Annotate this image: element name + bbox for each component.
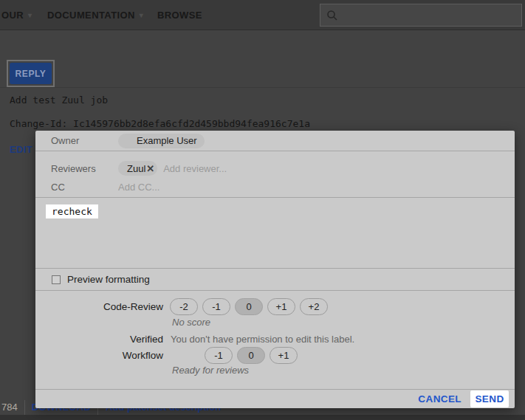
reply-dialog: Owner Example User Reviewers Zuul ✕ CC r…: [35, 131, 515, 408]
owner-chip[interactable]: Example User: [118, 134, 205, 148]
cc-label: CC: [51, 182, 118, 193]
chevron-down-icon: ▾: [140, 11, 143, 19]
edit-link[interactable]: EDIT: [10, 144, 32, 155]
commit-message-title: Add test Zuul job: [10, 94, 108, 106]
send-button[interactable]: SEND: [470, 390, 509, 407]
search-input[interactable]: [343, 10, 521, 21]
dialog-divider: [35, 290, 515, 291]
cancel-button[interactable]: CANCEL: [418, 389, 461, 408]
score-button-code-review-minus1[interactable]: -1: [202, 298, 230, 315]
add-reviewer-input[interactable]: [163, 163, 515, 174]
preview-formatting-label: Preview formatting: [67, 274, 150, 285]
reviewers-label: Reviewers: [51, 163, 118, 174]
cc-row: CC: [35, 178, 515, 196]
score-button-code-review-minus2[interactable]: -2: [170, 298, 198, 315]
nav-item-your[interactable]: OUR ▾: [1, 0, 32, 30]
preview-formatting-checkbox[interactable]: [52, 275, 61, 284]
search-icon: [326, 10, 338, 21]
workflow-label: Workflow: [35, 350, 163, 361]
code-review-buttons: -2 -1 0 +1 +2: [170, 298, 328, 315]
code-review-label: Code-Review: [35, 301, 163, 312]
owner-row: Owner Example User: [35, 131, 515, 151]
nav-item-label: BROWSE: [157, 10, 202, 21]
reviewers-row: Reviewers Zuul ✕: [35, 159, 515, 177]
reply-message-text: recheck: [46, 204, 98, 218]
workflow-buttons: -1 0 +1: [205, 347, 298, 364]
verified-label: Verified: [35, 334, 163, 345]
verified-permission-text: You don't have permission to edit this l…: [171, 334, 354, 345]
nav-item-documentation[interactable]: DOCUMENTATION ▾: [47, 0, 143, 30]
code-review-status: No score: [172, 317, 210, 328]
score-button-code-review-0[interactable]: 0: [235, 298, 263, 315]
score-button-code-review-plus1[interactable]: +1: [267, 298, 295, 315]
workflow-row: Workflow -1 0 +1: [35, 347, 515, 364]
dialog-divider: [35, 151, 515, 151]
workflow-status: Ready for reviews: [172, 365, 249, 376]
top-nav-bar: OUR ▾ DOCUMENTATION ▾ BROWSE: [0, 0, 525, 30]
reply-button[interactable]: REPLY: [10, 63, 52, 84]
code-review-row: Code-Review -2 -1 0 +1 +2: [35, 298, 515, 315]
nav-item-browse[interactable]: BROWSE: [157, 0, 202, 30]
nav-item-label: OUR: [1, 10, 24, 21]
verified-row: Verified You don't have permission to ed…: [35, 333, 515, 345]
remove-reviewer-icon[interactable]: ✕: [146, 163, 154, 174]
score-button-code-review-plus2[interactable]: +2: [300, 298, 328, 315]
owner-name: Example User: [137, 135, 197, 146]
toolbar-divider: [24, 400, 25, 415]
commit-change-id: Change-Id: Ic145976bb2d8efa6cfd2d459bbd9…: [10, 118, 310, 129]
score-button-workflow-plus1[interactable]: +1: [270, 347, 298, 364]
score-button-workflow-0[interactable]: 0: [237, 347, 265, 364]
gerrit-page: OUR ▾ DOCUMENTATION ▾ BROWSE REPLY Add t…: [0, 0, 525, 420]
chevron-down-icon: ▾: [28, 11, 32, 19]
nav-item-label: DOCUMENTATION: [47, 10, 135, 21]
reviewer-chip[interactable]: Zuul ✕: [118, 161, 157, 176]
add-cc-input[interactable]: [118, 182, 515, 193]
score-button-workflow-minus1[interactable]: -1: [205, 347, 233, 364]
reviewer-name: Zuul: [127, 163, 145, 174]
avatar: [120, 135, 132, 147]
page-bottom-strip: [0, 415, 525, 420]
section-divider: [0, 87, 525, 88]
owner-label: Owner: [51, 135, 118, 146]
reply-message-area[interactable]: recheck: [35, 198, 515, 268]
search-box[interactable]: [320, 4, 522, 27]
preview-formatting-row: Preview formatting: [35, 269, 515, 290]
patchset-number: 784: [1, 402, 18, 413]
dialog-footer: CANCEL SEND: [35, 389, 515, 408]
